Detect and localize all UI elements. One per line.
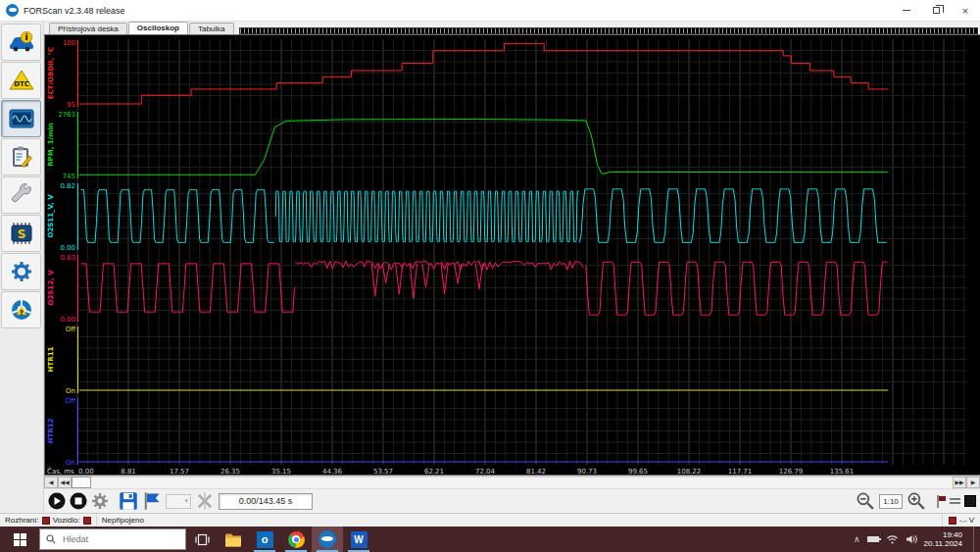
window-title: FORScan v2.3.48 release <box>24 6 892 16</box>
battery-icon[interactable] <box>867 536 879 542</box>
clipboard-icon <box>9 145 34 169</box>
svg-text:0.00: 0.00 <box>60 316 75 324</box>
tab-bar: Přístrojová deska Osciloskop Tabulka <box>44 22 980 34</box>
svg-text:0.00: 0.00 <box>78 468 94 475</box>
gear-icon <box>9 260 34 283</box>
svg-text:53.57: 53.57 <box>373 468 393 475</box>
sidebar-item-programming[interactable]: S <box>1 215 41 252</box>
time-position-display: 0.00/143.45 s <box>219 493 313 510</box>
taskbar-clock[interactable]: 19:40 20.11.2024 <box>924 530 966 548</box>
svg-text:Off: Off <box>66 397 76 405</box>
sidebar-item-service[interactable] <box>1 176 41 214</box>
oscilloscope-area[interactable]: 10095ECT/OBDII, °C2763745RPM, 1/min0.820… <box>44 34 980 476</box>
sidebar-item-settings[interactable] <box>1 253 41 290</box>
tab-pristrojova-deska[interactable]: Přístrojová deska <box>49 23 127 34</box>
interface-label: Rozhraní: <box>5 516 39 525</box>
svg-text:17.57: 17.57 <box>170 468 189 475</box>
svg-text:S: S <box>17 227 25 241</box>
svg-text:90.73: 90.73 <box>577 468 597 475</box>
zoom-ratio-display[interactable]: 1:10 <box>879 494 903 509</box>
stop-button[interactable] <box>70 492 87 510</box>
minimize-button[interactable] <box>892 0 921 21</box>
svg-text:O2S12, V: O2S12, V <box>47 270 55 306</box>
marker-select-dropdown[interactable]: ▾ <box>166 494 191 509</box>
scroll-left-button[interactable]: ◀ <box>44 477 58 488</box>
vehicle-label: Vozidlo: <box>53 516 80 525</box>
scroll-right-fast-button[interactable]: ▶▶ <box>953 477 966 488</box>
close-button[interactable]: × <box>951 0 980 21</box>
word-button[interactable]: W <box>343 527 374 552</box>
hidden-icons-chevron[interactable]: ∧ <box>854 534 860 544</box>
battery-voltage-cell: -.- V <box>942 514 980 527</box>
wrench-icon <box>9 183 34 207</box>
minimize-icon <box>903 10 910 11</box>
show-desktop-button[interactable] <box>973 527 978 552</box>
titlebar: FORScan v2.3.48 release × <box>0 0 980 22</box>
taskbar-search[interactable] <box>39 528 186 550</box>
scroll-track[interactable] <box>91 477 953 488</box>
svg-text:0.82: 0.82 <box>60 182 75 190</box>
settings-gear-button[interactable] <box>91 492 109 510</box>
sidebar: i DTC <box>0 22 44 513</box>
zoom-in-button[interactable] <box>906 491 926 511</box>
svg-text:?: ? <box>20 309 24 317</box>
restore-button[interactable] <box>921 0 951 21</box>
svg-text:81.42: 81.42 <box>526 468 546 475</box>
wifi-icon[interactable] <box>886 534 899 544</box>
marker-flag-button[interactable] <box>936 495 946 508</box>
svg-text:95: 95 <box>67 101 75 109</box>
forscan-icon <box>318 530 336 548</box>
svg-text:62.21: 62.21 <box>424 468 444 475</box>
transport-toolbar: ▾ 0.00/143.45 s 1:10 <box>44 488 980 513</box>
sidebar-item-tests[interactable] <box>1 138 41 176</box>
tab-tabulka[interactable]: Tabulka <box>189 23 234 34</box>
chrome-button[interactable] <box>280 527 312 552</box>
sidebar-item-vehicle-info[interactable]: i <box>1 24 41 61</box>
svg-text:99.65: 99.65 <box>628 468 648 475</box>
svg-text:i: i <box>24 32 27 42</box>
scroll-thumb[interactable] <box>72 477 91 488</box>
load-flag-button[interactable] <box>142 491 162 511</box>
svg-text:100: 100 <box>63 39 75 47</box>
oscilloscope-canvas[interactable]: 10095ECT/OBDII, °C2763745RPM, 1/min0.820… <box>45 35 980 475</box>
connection-status-cell: Rozhraní: Vozidlo: <box>0 514 97 527</box>
scroll-left-fast-button[interactable]: ◀◀ <box>58 477 72 488</box>
steering-wheel-help-icon: ? <box>9 298 34 322</box>
clock-date: 20.11.2024 <box>924 539 962 548</box>
svg-text:35.15: 35.15 <box>271 468 291 475</box>
file-explorer-button[interactable] <box>218 527 249 552</box>
play-button[interactable] <box>48 492 66 510</box>
tab-osciloskop[interactable]: Osciloskop <box>128 22 188 34</box>
background-color-button[interactable] <box>964 495 976 507</box>
scroll-right-button[interactable]: ▶ <box>966 477 980 488</box>
grid-lines-button[interactable] <box>950 498 960 504</box>
forscan-taskbar-button[interactable] <box>312 527 343 552</box>
save-button[interactable] <box>119 491 138 511</box>
sidebar-item-dtc[interactable]: DTC <box>1 62 41 99</box>
outlook-button[interactable]: o <box>249 527 280 552</box>
clear-markers-icon[interactable] <box>195 491 215 511</box>
timeline-ruler[interactable] <box>239 27 978 34</box>
svg-text:135.61: 135.61 <box>830 468 855 475</box>
start-button[interactable] <box>0 527 39 552</box>
task-view-button[interactable] <box>186 527 218 552</box>
clock-time: 19:40 <box>924 530 962 539</box>
car-info-icon: i <box>9 30 34 54</box>
svg-text:44.36: 44.36 <box>322 468 343 475</box>
windows-logo-icon <box>14 533 26 546</box>
voltage-text: -.- V <box>959 516 974 525</box>
search-icon <box>46 534 56 544</box>
zoom-out-button[interactable] <box>856 491 875 511</box>
svg-text:745: 745 <box>63 173 75 180</box>
voltage-status-indicator <box>949 517 956 525</box>
svg-text:126.79: 126.79 <box>779 468 804 475</box>
sidebar-item-about[interactable]: ? <box>1 291 41 328</box>
sidebar-item-oscilloscope[interactable] <box>1 100 41 137</box>
chrome-icon <box>288 531 305 548</box>
connection-state-cell: Nepřipojeno <box>97 514 149 527</box>
speaker-icon[interactable] <box>906 534 917 544</box>
search-input[interactable] <box>61 533 159 545</box>
svg-text:On: On <box>66 387 75 395</box>
system-tray: ∧ 19:40 20.11.2024 <box>854 527 980 552</box>
svg-text:0.83: 0.83 <box>60 254 75 262</box>
